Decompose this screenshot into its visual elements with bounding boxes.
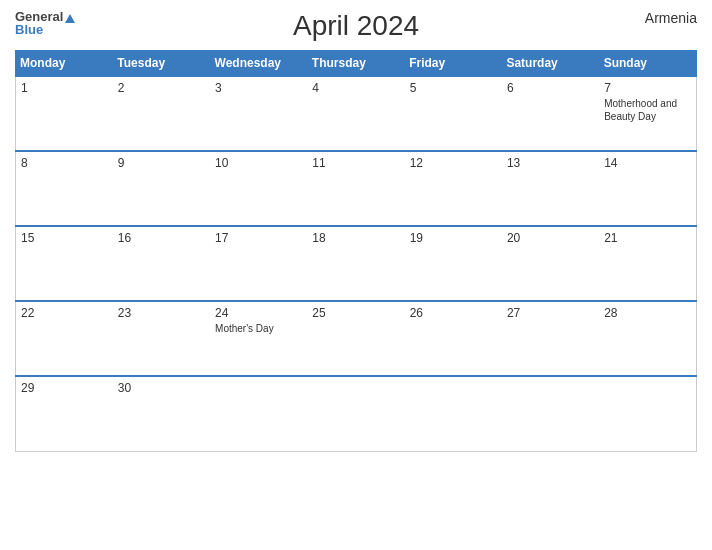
day-number: 29 (21, 381, 108, 395)
calendar-day-cell: 30 (113, 376, 210, 451)
day-number: 10 (215, 156, 302, 170)
calendar-day-cell: 5 (405, 76, 502, 151)
calendar-day-cell: 24Mother's Day (210, 301, 307, 376)
day-number: 23 (118, 306, 205, 320)
day-number: 15 (21, 231, 108, 245)
weekday-header: Tuesday (113, 51, 210, 77)
day-number: 3 (215, 81, 302, 95)
calendar-day-cell: 19 (405, 226, 502, 301)
calendar-day-cell: 18 (307, 226, 404, 301)
day-event: Motherhood and Beauty Day (604, 97, 691, 123)
day-number: 13 (507, 156, 594, 170)
calendar-day-cell: 11 (307, 151, 404, 226)
day-number: 16 (118, 231, 205, 245)
logo-blue: Blue (15, 23, 75, 36)
calendar-day-cell: 9 (113, 151, 210, 226)
calendar-day-cell: 29 (16, 376, 113, 451)
calendar-day-cell: 6 (502, 76, 599, 151)
day-number: 2 (118, 81, 205, 95)
logo: General Blue (15, 10, 75, 36)
calendar-header: General Blue April 2024 Armenia (15, 10, 697, 42)
day-number: 14 (604, 156, 691, 170)
calendar-day-cell: 1 (16, 76, 113, 151)
calendar-table: MondayTuesdayWednesdayThursdayFridaySatu… (15, 50, 697, 452)
calendar-week-row: 2930 (16, 376, 697, 451)
day-number: 20 (507, 231, 594, 245)
day-number: 19 (410, 231, 497, 245)
calendar-week-row: 15161718192021 (16, 226, 697, 301)
country-label: Armenia (645, 10, 697, 26)
day-number: 30 (118, 381, 205, 395)
calendar-day-cell: 27 (502, 301, 599, 376)
weekday-header: Sunday (599, 51, 696, 77)
calendar-day-cell (405, 376, 502, 451)
weekday-header: Monday (16, 51, 113, 77)
calendar-day-cell: 21 (599, 226, 696, 301)
calendar-day-cell: 28 (599, 301, 696, 376)
day-number: 25 (312, 306, 399, 320)
day-number: 4 (312, 81, 399, 95)
calendar-day-cell: 17 (210, 226, 307, 301)
calendar-day-cell (502, 376, 599, 451)
day-number: 1 (21, 81, 108, 95)
day-number: 26 (410, 306, 497, 320)
calendar-header-row: MondayTuesdayWednesdayThursdayFridaySatu… (16, 51, 697, 77)
weekday-header: Thursday (307, 51, 404, 77)
calendar-day-cell: 26 (405, 301, 502, 376)
calendar-day-cell: 20 (502, 226, 599, 301)
logo-triangle-icon (65, 14, 75, 23)
calendar-week-row: 222324Mother's Day25262728 (16, 301, 697, 376)
day-number: 8 (21, 156, 108, 170)
calendar-day-cell (599, 376, 696, 451)
calendar-day-cell: 2 (113, 76, 210, 151)
day-number: 9 (118, 156, 205, 170)
day-number: 17 (215, 231, 302, 245)
day-number: 18 (312, 231, 399, 245)
calendar-day-cell: 3 (210, 76, 307, 151)
weekday-header: Friday (405, 51, 502, 77)
calendar-container: General Blue April 2024 Armenia MondayTu… (0, 0, 712, 550)
calendar-week-row: 891011121314 (16, 151, 697, 226)
calendar-day-cell: 23 (113, 301, 210, 376)
calendar-day-cell: 25 (307, 301, 404, 376)
day-number: 7 (604, 81, 691, 95)
calendar-day-cell: 13 (502, 151, 599, 226)
weekday-header: Saturday (502, 51, 599, 77)
day-number: 21 (604, 231, 691, 245)
calendar-title: April 2024 (293, 10, 419, 42)
calendar-day-cell: 14 (599, 151, 696, 226)
calendar-body: 1234567Motherhood and Beauty Day89101112… (16, 76, 697, 451)
day-number: 12 (410, 156, 497, 170)
calendar-day-cell (307, 376, 404, 451)
calendar-day-cell: 7Motherhood and Beauty Day (599, 76, 696, 151)
calendar-day-cell: 12 (405, 151, 502, 226)
calendar-day-cell: 16 (113, 226, 210, 301)
calendar-day-cell: 8 (16, 151, 113, 226)
day-number: 5 (410, 81, 497, 95)
day-number: 27 (507, 306, 594, 320)
day-event: Mother's Day (215, 322, 302, 335)
calendar-day-cell: 15 (16, 226, 113, 301)
calendar-day-cell: 10 (210, 151, 307, 226)
calendar-day-cell: 4 (307, 76, 404, 151)
day-number: 11 (312, 156, 399, 170)
day-number: 6 (507, 81, 594, 95)
day-number: 24 (215, 306, 302, 320)
calendar-day-cell (210, 376, 307, 451)
day-number: 22 (21, 306, 108, 320)
calendar-week-row: 1234567Motherhood and Beauty Day (16, 76, 697, 151)
calendar-day-cell: 22 (16, 301, 113, 376)
day-number: 28 (604, 306, 691, 320)
weekday-header: Wednesday (210, 51, 307, 77)
